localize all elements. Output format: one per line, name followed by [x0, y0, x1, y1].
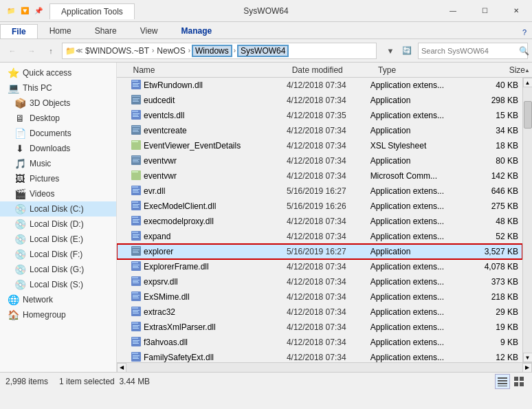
sidebar-item-local-disk-c[interactable]: 💿 Local Disk (C:): [0, 201, 116, 217]
sidebar-item-downloads[interactable]: ⬇ Downloads: [0, 141, 116, 156]
tab-home[interactable]: Home: [38, 23, 83, 38]
search-box[interactable]: 🔍: [418, 43, 528, 59]
table-row[interactable]: eventvwr4/12/2018 07:34Microsoft Comm...…: [117, 168, 522, 184]
file-icon: [130, 216, 142, 228]
table-row[interactable]: explorer5/16/2019 16:27Application3,527 …: [117, 244, 522, 259]
svg-rect-23: [132, 156, 140, 157]
svg-rect-13: [133, 115, 138, 115]
table-row[interactable]: f3ahvoas.dll4/12/2018 07:34Application e…: [117, 335, 522, 350]
sidebar-item-label: Local Disk (C:): [30, 204, 84, 214]
sidebar-item-local-disk-e[interactable]: 💿 Local Disk (E:): [0, 232, 116, 247]
table-row[interactable]: eventvwr4/12/2018 07:34Application80 KB: [117, 153, 522, 168]
sidebar-item-homegroup[interactable]: 🏠 Homegroup: [0, 307, 116, 322]
table-row[interactable]: ExSMime.dll4/12/2018 07:34Application ex…: [117, 289, 522, 305]
sidebar-item-music[interactable]: 🎵 Music: [0, 156, 116, 171]
file-name: ExplorerFrame.dll: [144, 262, 287, 272]
file-type: Application extens...: [370, 338, 467, 347]
hscroll-right-btn[interactable]: ▶: [522, 363, 532, 373]
path-sep-2: ›: [188, 47, 190, 54]
forward-button[interactable]: →: [23, 43, 40, 59]
table-row[interactable]: EventViewer_EventDetails4/12/2018 07:34X…: [117, 138, 522, 153]
scroll-track[interactable]: [523, 87, 533, 353]
svg-rect-77: [133, 327, 138, 327]
svg-rect-82: [133, 342, 138, 342]
file-name: expand: [144, 232, 287, 241]
large-icons-view-button[interactable]: [511, 374, 527, 389]
sidebar-item-network[interactable]: 🌐 Network: [0, 292, 116, 307]
sidebar-item-documents[interactable]: 📄 Documents: [0, 126, 116, 141]
file-type: Application extens...: [370, 201, 467, 211]
sidebar-item-desktop[interactable]: 🖥 Desktop: [0, 111, 116, 126]
table-row[interactable]: EtwRundown.dll4/12/2018 07:34Application…: [117, 78, 522, 93]
file-name: ExtrasXmlParser.dll: [144, 322, 287, 332]
refresh-button[interactable]: 🔄: [399, 43, 415, 59]
table-row[interactable]: execmodelproxy.dll4/12/2018 07:34Applica…: [117, 214, 522, 229]
sidebar-item-local-disk-s[interactable]: 💿 Local Disk (S:): [0, 277, 116, 292]
maximize-button[interactable]: ☐: [469, 0, 500, 22]
table-row[interactable]: evr.dll5/16/2019 16:27Application extens…: [117, 184, 522, 199]
help-button[interactable]: ?: [517, 26, 532, 38]
tab-view[interactable]: View: [129, 23, 170, 38]
hscroll-left-btn[interactable]: ◀: [117, 363, 126, 373]
path-segment-0[interactable]: $WINDOWS.~BT: [82, 46, 152, 56]
sidebar-item-local-disk-d[interactable]: 💿 Local Disk (D:): [0, 217, 116, 232]
address-path[interactable]: 📁 ≪ $WINDOWS.~BT › NewOS › Windows › Sys…: [62, 43, 377, 59]
sidebar-item-3d-objects[interactable]: 📦 3D Objects: [0, 96, 116, 111]
close-button[interactable]: ✕: [500, 0, 532, 22]
scroll-up-button[interactable]: ▲: [522, 63, 532, 78]
scroll-thumb[interactable]: [524, 101, 532, 129]
table-row[interactable]: expsrv.dll4/12/2018 07:34Application ext…: [117, 274, 522, 289]
file-type: Application extens...: [370, 277, 467, 287]
file-date: 4/12/2018 07:34: [287, 277, 370, 287]
tab-manage[interactable]: Manage: [170, 23, 224, 38]
col-header-date[interactable]: Date modified: [289, 65, 375, 75]
sidebar: ⭐ Quick access 💻 This PC 📦 3D Objects 🖥 …: [0, 63, 117, 372]
hscroll-track[interactable]: [126, 363, 522, 373]
application-tools-tab[interactable]: Application Tools: [49, 3, 135, 19]
tab-file[interactable]: File: [0, 24, 38, 38]
search-input[interactable]: [421, 47, 516, 55]
dropdown-button[interactable]: ▼: [382, 43, 399, 59]
svg-rect-19: [133, 131, 139, 132]
up-button[interactable]: ↑: [43, 43, 59, 59]
file-date: 4/12/2018 07:34: [287, 322, 370, 332]
path-segment-2[interactable]: Windows: [192, 45, 232, 57]
sidebar-item-local-disk-g[interactable]: 💿 Local Disk (G:): [0, 262, 116, 277]
file-icon: [130, 186, 142, 197]
tab-share[interactable]: Share: [83, 23, 129, 38]
table-row[interactable]: ExplorerFrame.dll4/12/2018 07:34Applicat…: [117, 259, 522, 274]
vertical-scrollbar[interactable]: ▲ ▼: [522, 78, 532, 362]
svg-rect-12: [133, 113, 140, 114]
table-row[interactable]: ExecModelClient.dll5/16/2019 16:26Applic…: [117, 199, 522, 214]
table-row[interactable]: expand4/12/2018 07:34Application extens.…: [117, 229, 522, 244]
window-icon: 📁: [5, 5, 16, 16]
sidebar-item-videos[interactable]: 🎬 Videos: [0, 186, 116, 201]
sidebar-item-quick-access[interactable]: ⭐ Quick access: [0, 65, 116, 80]
scroll-down-btn[interactable]: ▼: [523, 353, 533, 362]
svg-rect-42: [133, 221, 138, 221]
scroll-up-btn[interactable]: ▲: [523, 78, 533, 87]
col-header-name[interactable]: Name: [130, 65, 289, 75]
table-row[interactable]: eudcedit4/12/2018 07:34Application298 KB: [117, 93, 522, 108]
table-row[interactable]: extrac324/12/2018 07:34Application exten…: [117, 305, 522, 320]
sidebar-item-pictures[interactable]: 🖼 Pictures: [0, 171, 116, 186]
table-row[interactable]: eventcls.dll4/12/2018 07:35Application e…: [117, 108, 522, 123]
col-header-type[interactable]: Type: [375, 65, 475, 75]
minimize-button[interactable]: —: [437, 0, 469, 22]
sidebar-item-this-pc[interactable]: 💻 This PC: [0, 80, 116, 96]
horizontal-scrollbar[interactable]: ◀ ▶: [117, 362, 532, 372]
svg-rect-33: [133, 192, 139, 192]
path-segment-3[interactable]: SysWOW64: [237, 45, 289, 57]
sidebar-item-local-disk-f[interactable]: 💿 Local Disk (F:): [0, 247, 116, 262]
file-icon: [130, 125, 142, 137]
svg-rect-85: [132, 353, 138, 354]
back-button[interactable]: ←: [4, 43, 21, 59]
pictures-icon: 🖼: [14, 173, 26, 184]
path-segment-1[interactable]: NewOS: [154, 46, 188, 56]
table-row[interactable]: FamilySafetyExt.dll4/12/2018 07:34Applic…: [117, 350, 522, 362]
file-date: 5/16/2019 16:27: [287, 247, 370, 256]
table-row[interactable]: ExtrasXmlParser.dll4/12/2018 07:34Applic…: [117, 320, 522, 335]
col-header-size[interactable]: Size: [475, 65, 528, 75]
table-row[interactable]: eventcreate4/12/2018 07:34Application34 …: [117, 123, 522, 138]
details-view-button[interactable]: [495, 374, 510, 389]
